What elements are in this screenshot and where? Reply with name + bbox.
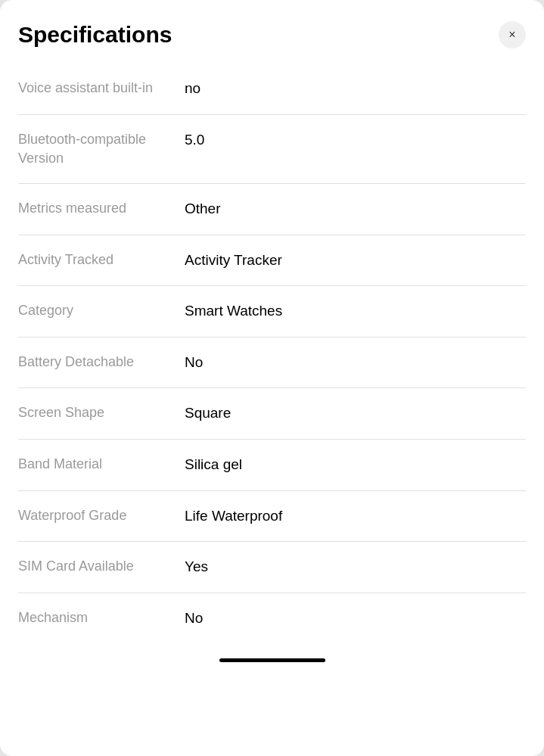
spec-label: Bluetooth-compatible Version bbox=[18, 130, 185, 168]
spec-label: Band Material bbox=[18, 455, 185, 474]
spec-label: Battery Detachable bbox=[18, 353, 185, 372]
spec-row: SIM Card AvailableYes bbox=[18, 542, 526, 593]
spec-label: Category bbox=[18, 301, 185, 320]
spec-value: Activity Tracker bbox=[185, 250, 526, 271]
spec-row: CategorySmart Watches bbox=[18, 286, 526, 338]
spec-label: Voice assistant built-in bbox=[18, 79, 185, 98]
spec-list: Voice assistant built-innoBluetooth-comp… bbox=[0, 64, 544, 643]
modal-title: Specifications bbox=[18, 22, 172, 48]
bottom-bar bbox=[0, 643, 544, 670]
spec-value: 5.0 bbox=[185, 130, 526, 151]
spec-value: Square bbox=[185, 403, 526, 424]
spec-value: Silica gel bbox=[185, 455, 526, 475]
close-button[interactable]: × bbox=[499, 21, 526, 48]
spec-value: Smart Watches bbox=[185, 301, 526, 322]
spec-label: SIM Card Available bbox=[18, 557, 185, 576]
spec-value: Life Waterproof bbox=[185, 506, 526, 527]
spec-label: Activity Tracked bbox=[18, 250, 185, 269]
spec-row: Battery DetachableNo bbox=[18, 338, 526, 389]
modal-header: Specifications × bbox=[0, 0, 544, 64]
spec-row: Bluetooth-compatible Version5.0 bbox=[18, 115, 526, 184]
spec-row: Screen ShapeSquare bbox=[18, 388, 526, 440]
spec-value: Other bbox=[185, 199, 526, 219]
spec-row: MechanismNo bbox=[18, 593, 526, 644]
spec-row: Band MaterialSilica gel bbox=[18, 440, 526, 491]
spec-value: no bbox=[185, 79, 526, 99]
spec-label: Waterproof Grade bbox=[18, 506, 185, 525]
spec-row: Voice assistant built-inno bbox=[18, 64, 526, 115]
spec-value: No bbox=[185, 353, 526, 373]
spec-value: Yes bbox=[185, 557, 526, 577]
spec-row: Waterproof GradeLife Waterproof bbox=[18, 491, 526, 543]
spec-label: Mechanism bbox=[18, 608, 185, 627]
spec-value: No bbox=[185, 608, 526, 629]
home-indicator bbox=[219, 658, 325, 662]
spec-row: Activity TrackedActivity Tracker bbox=[18, 235, 526, 287]
spec-label: Metrics measured bbox=[18, 199, 185, 218]
specifications-modal: Specifications × Voice assistant built-i… bbox=[0, 0, 544, 756]
spec-label: Screen Shape bbox=[18, 403, 185, 422]
spec-row: Metrics measuredOther bbox=[18, 184, 526, 235]
